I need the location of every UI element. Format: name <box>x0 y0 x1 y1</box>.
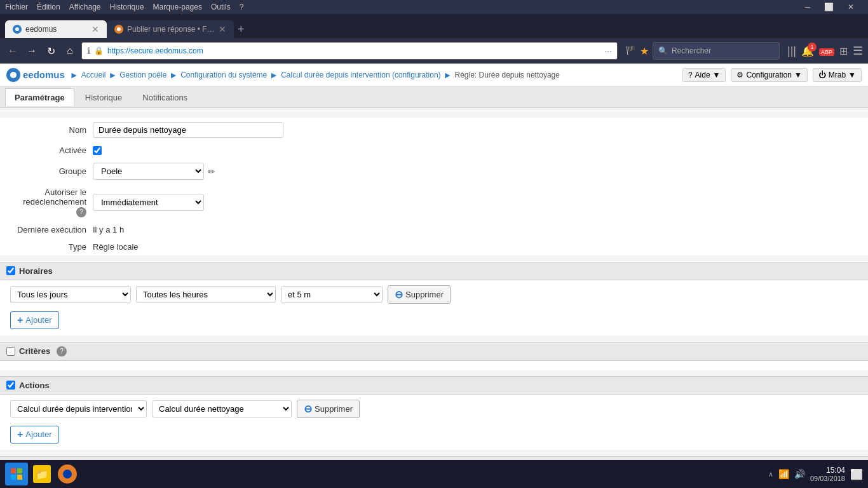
app-header: eedomus ► Accueil ► Gestion poêle ► Conf… <box>0 64 868 86</box>
tab-bar: eedomus ✕ Publier une réponse • Forum e…… <box>0 14 868 38</box>
svg-point-3 <box>117 27 121 31</box>
horaires-delete-button[interactable]: ⊖ Supprimer <box>388 285 451 304</box>
taskbar-firefox[interactable] <box>56 463 79 485</box>
lock-icon: 🔒 <box>94 46 104 55</box>
help-icon: ? <box>688 71 693 79</box>
nom-input[interactable] <box>93 122 283 138</box>
criteres-title: Critères <box>19 346 50 356</box>
sidebar-icon[interactable]: ☰ <box>853 44 863 58</box>
reader-view-icon[interactable]: ⊞ <box>839 45 848 57</box>
menu-fichier[interactable]: Fichier <box>5 3 28 11</box>
browser-tab-eedomus[interactable]: eedomus ✕ <box>5 20 107 38</box>
groupe-edit-icon[interactable]: ✏ <box>208 166 215 177</box>
action-type-select[interactable]: Calcul durée depuis intervention <box>10 400 147 417</box>
action-target-select[interactable]: Calcul durée nettoyage <box>152 400 292 417</box>
horaires-add-button[interactable]: + Ajouter <box>10 311 59 329</box>
breadcrumb-config-sys[interactable]: Configuration du système <box>180 71 267 79</box>
taskbar-clock[interactable]: 15:04 09/03/2018 <box>810 466 845 482</box>
horaires-plus-icon: + <box>17 315 23 326</box>
power-icon: ⏻ <box>818 71 826 79</box>
horaires-row: Tous les jours Lundi Toutes les heures T… <box>0 280 868 309</box>
actions-checkbox[interactable] <box>6 381 15 390</box>
tab-historique[interactable]: Historique <box>76 88 132 106</box>
breadcrumb-arrow-4: ► <box>444 70 452 80</box>
tab-close-eedomus[interactable]: ✕ <box>92 24 99 34</box>
home-button[interactable]: ⌂ <box>62 45 78 57</box>
autoriser-select[interactable]: Immédiatement Jamais <box>93 194 204 211</box>
address-text: https://secure.eedomus.com <box>107 46 600 55</box>
derniere-exec-label: Dernière exécution <box>10 225 93 234</box>
taskbar-file-explorer[interactable]: 📁 <box>31 463 53 485</box>
actions-delete-button[interactable]: ⊖ Supprimer <box>297 400 360 418</box>
actions-delete-label: Supprimer <box>315 404 353 414</box>
menu-historique[interactable]: Historique <box>110 3 144 11</box>
breadcrumb-accueil[interactable]: Accueil <box>81 71 106 79</box>
criteres-checkbox[interactable] <box>6 347 15 356</box>
breadcrumb: ► Accueil ► Gestion poêle ► Configuratio… <box>70 70 677 80</box>
refresh-button[interactable]: ↻ <box>43 45 58 57</box>
breadcrumb-gestion[interactable]: Gestion poêle <box>119 71 166 79</box>
page-content: Nom Activée Groupe Poele Autre ✏ Autoris… <box>0 108 868 460</box>
search-placeholder: Rechercher <box>672 46 711 55</box>
browser-tab-forum[interactable]: Publier une réponse • Forum e… ✕ <box>107 20 234 38</box>
actions-content: Calcul durée depuis intervention Calcul … <box>0 395 868 450</box>
window-close[interactable]: ✕ <box>848 3 854 11</box>
pocket-icon[interactable]: 🏴 <box>625 45 636 57</box>
toolbar-icons: ||| 🔔 1 ABP ⊞ ☰ <box>787 44 863 58</box>
autoriser-label: Autoriser le redéclenchement ? <box>10 187 93 217</box>
actions-row: Calcul durée depuis intervention Calcul … <box>0 395 868 423</box>
logo-text: eedomus <box>23 69 65 80</box>
tab-notifications[interactable]: Notifications <box>133 88 197 106</box>
logo-circle <box>6 68 20 82</box>
new-tab-button[interactable]: + <box>238 20 245 38</box>
search-icon: 🔍 <box>658 46 668 55</box>
svg-point-1 <box>15 27 19 31</box>
taskbar-right: ∧ 📶 🔊 15:04 09/03/2018 ⬜ <box>768 466 863 482</box>
heures-select[interactable]: Toutes les heures Toutes les 30 min <box>136 286 276 303</box>
horaires-add-row: + Ajouter <box>0 309 868 336</box>
minutes-select[interactable]: et 0 m et 5 m et 10 m <box>281 286 383 303</box>
notification-center-icon[interactable]: ⬜ <box>850 468 863 480</box>
jours-select[interactable]: Tous les jours Lundi <box>10 286 131 303</box>
breadcrumb-calcul[interactable]: Calcul durée depuis intervention (config… <box>281 71 440 79</box>
app-logo[interactable]: eedomus <box>6 68 65 82</box>
search-field[interactable]: 🔍 Rechercher <box>653 42 780 60</box>
adblock-icon[interactable]: ABP <box>819 46 834 56</box>
menu-marque-pages[interactable]: Marque-pages <box>153 3 202 11</box>
autoriser-help-icon[interactable]: ? <box>76 207 86 217</box>
bookmark-icon[interactable]: ★ <box>640 45 649 57</box>
aide-chevron: ▼ <box>713 71 721 79</box>
actions-add-button[interactable]: + Ajouter <box>10 426 59 444</box>
activee-group: Activée <box>0 142 868 159</box>
configuration-button[interactable]: ⚙ Configuration ▼ <box>731 68 807 82</box>
menu-affichage[interactable]: Affichage <box>69 3 101 11</box>
breadcrumb-arrow-1: ► <box>108 70 117 80</box>
volume-icon: 🔊 <box>794 469 805 479</box>
library-icon[interactable]: ||| <box>787 44 796 58</box>
criteres-content <box>0 361 868 370</box>
aide-button[interactable]: ? Aide ▼ <box>682 68 726 82</box>
criteres-help-icon[interactable]: ? <box>57 346 67 356</box>
firefox-icon <box>58 464 77 484</box>
address-field[interactable]: ℹ 🔒 https://secure.eedomus.com ··· <box>81 42 618 60</box>
autoriser-group: Autoriser le redéclenchement ? Immédiate… <box>0 184 868 221</box>
activee-checkbox[interactable] <box>93 146 102 155</box>
menu-help[interactable]: ? <box>240 3 244 11</box>
user-button[interactable]: ⏻ Mrab ▼ <box>813 68 862 82</box>
tab-parametrage[interactable]: Paramétrage <box>5 88 74 106</box>
tab-close-forum[interactable]: ✕ <box>219 24 226 34</box>
forward-button[interactable]: → <box>24 45 39 57</box>
window-minimize[interactable]: ─ <box>804 3 810 11</box>
more-button[interactable]: ··· <box>604 46 612 56</box>
adblock-badge: ABP <box>819 48 834 56</box>
start-button[interactable] <box>5 463 28 485</box>
back-button[interactable]: ← <box>5 45 20 57</box>
notification-badge[interactable]: 🔔 1 <box>801 45 814 57</box>
menu-edition[interactable]: Édition <box>37 3 60 11</box>
horaires-checkbox[interactable] <box>6 266 15 275</box>
network-icon: 📶 <box>778 469 789 479</box>
groupe-select[interactable]: Poele Autre <box>93 163 204 180</box>
window-maximize[interactable]: ⬜ <box>824 3 834 11</box>
type-group: Type Règle locale <box>0 238 868 255</box>
menu-outils[interactable]: Outils <box>211 3 231 11</box>
